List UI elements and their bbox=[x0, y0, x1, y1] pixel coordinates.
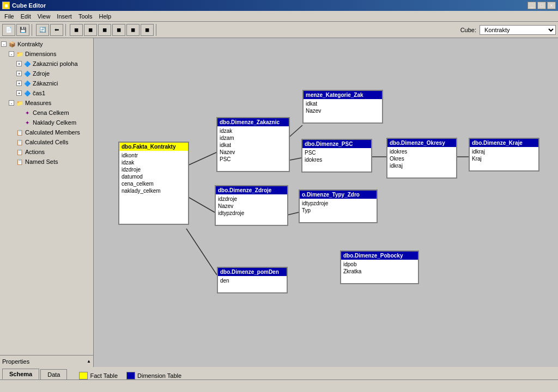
tab-schema[interactable]: Schema bbox=[2, 369, 39, 379]
table-okresy-body: idokres Okres idkraj bbox=[387, 147, 456, 177]
zdroje-icon: 🔷 bbox=[23, 69, 32, 78]
left-panel: - 📦 Kontrakty - 📁 Dimensions + 🔷 Zakazni… bbox=[0, 38, 94, 367]
table-row: idokres bbox=[305, 156, 369, 163]
cube-select[interactable]: Kontrakty bbox=[480, 25, 556, 35]
toolbar-save-btn[interactable]: 💾 bbox=[16, 24, 29, 36]
table-row bbox=[390, 169, 454, 176]
tree-cas1[interactable]: + 🔷 čas1 bbox=[1, 88, 92, 98]
table-row bbox=[122, 209, 186, 216]
svg-line-0 bbox=[186, 152, 216, 166]
table-dim-psc[interactable]: dbo.Dimenze_PSC PSC idokres bbox=[301, 139, 372, 173]
table-row: naklady_celkem bbox=[122, 187, 186, 194]
tree-naklady-celkem[interactable]: ✦ Naklady Celkem bbox=[1, 118, 92, 127]
zakaznici-expand[interactable]: + bbox=[16, 81, 22, 86]
close-button[interactable]: × bbox=[547, 2, 556, 9]
table-row: idkraj bbox=[472, 148, 536, 155]
toolbar-btn6[interactable]: ◼ bbox=[84, 24, 97, 36]
root-icon: 📦 bbox=[8, 40, 16, 48]
table-row: idkat bbox=[306, 100, 380, 107]
tab-bar: Schema Data Fact Table Dimension Table bbox=[0, 367, 558, 380]
menu-help[interactable]: Help bbox=[96, 12, 115, 21]
table-row: idpob bbox=[343, 261, 416, 268]
cas1-expand[interactable]: + bbox=[16, 90, 22, 96]
table-zakaznic-header: dbo.Dimenze_Zakaznic bbox=[217, 118, 289, 126]
zakaznici-icon: 🔷 bbox=[23, 79, 32, 88]
table-row bbox=[122, 201, 186, 209]
toolbar-sep2 bbox=[65, 24, 68, 36]
minimize-button[interactable]: _ bbox=[527, 2, 536, 9]
table-typyzdroje-header: o.Dimenze_Typy_Zdro bbox=[300, 191, 377, 199]
tree-measures[interactable]: - 📁 Measures bbox=[1, 98, 92, 108]
menu-file[interactable]: File bbox=[1, 12, 17, 21]
svg-line-2 bbox=[186, 229, 217, 275]
actions-icon: 📋 bbox=[15, 148, 24, 156]
table-fakta-header: dbo.Fakta_Kontrakty bbox=[119, 143, 188, 151]
table-typyzdroje-body: idtypzdroje Typ bbox=[300, 199, 377, 222]
schema-canvas: dbo.Fakta_Kontrakty idkontr idzak idzdro… bbox=[94, 38, 558, 367]
cas1-label: čas1 bbox=[33, 90, 45, 96]
menu-edit[interactable]: Edit bbox=[17, 12, 34, 21]
cena-icon: ✦ bbox=[23, 108, 32, 117]
tree-calculated-members[interactable]: 📋 Calculated Members bbox=[1, 127, 92, 137]
table-row bbox=[343, 275, 416, 282]
properties-arrow[interactable]: ▲ bbox=[87, 359, 91, 364]
cas1-icon: 🔷 bbox=[23, 89, 32, 97]
toolbar-btn9[interactable]: ◼ bbox=[126, 24, 140, 36]
tree-zakaznici[interactable]: + 🔷 Zákaznici bbox=[1, 78, 92, 88]
table-dim-typyzdroje[interactable]: o.Dimenze_Typy_Zdro idtypzdroje Typ bbox=[299, 189, 378, 223]
table-dim-zakaznic[interactable]: dbo.Dimenze_Zakaznic idzak idzam idkat N… bbox=[216, 117, 290, 172]
table-dim-zdroje[interactable]: dbo.Dimenze_Zdroje idzdroje Nazev idtypz… bbox=[215, 185, 288, 226]
toolbar-btn3[interactable]: 🔄 bbox=[36, 24, 49, 36]
table-kraje-body: idkraj Kraj bbox=[470, 147, 538, 170]
toolbar-btn5[interactable]: ◼ bbox=[70, 24, 83, 36]
table-fakta-kontrakty[interactable]: dbo.Fakta_Kontrakty idkontr idzak idzdro… bbox=[118, 142, 189, 225]
toolbar-new-btn[interactable]: 📄 bbox=[2, 24, 15, 36]
menu-insert[interactable]: Insert bbox=[53, 12, 75, 21]
tree-cena-celkem[interactable]: ✦ Cena Celkem bbox=[1, 108, 92, 118]
toolbar-btn7[interactable]: ◼ bbox=[98, 24, 111, 36]
table-kategoriezak-body: idkat Nazev bbox=[304, 99, 382, 122]
calc-cells-icon: 📋 bbox=[15, 138, 24, 146]
toolbar-sep1 bbox=[32, 24, 34, 36]
table-row bbox=[220, 284, 284, 291]
legend-fact-label: Fact Table bbox=[90, 372, 118, 379]
table-dim-kategoriezak[interactable]: menze_Kategorie_Zak idkat Nazev bbox=[302, 90, 383, 124]
zak-poloha-icon: 🔷 bbox=[23, 59, 32, 68]
main-area: - 📦 Kontrakty - 📁 Dimensions + 🔷 Zakazni… bbox=[0, 38, 558, 367]
table-zdroje-body: idzdroje Nazev idtypzdroje bbox=[216, 194, 287, 225]
table-row: Nazev bbox=[220, 149, 287, 156]
menu-tools[interactable]: Tools bbox=[75, 12, 96, 21]
named-sets-label: Named Sets bbox=[25, 158, 58, 165]
toolbar-btn8[interactable]: ◼ bbox=[112, 24, 125, 36]
tree-root[interactable]: - 📦 Kontrakty bbox=[1, 39, 92, 49]
table-dim-okresy[interactable]: dbo.Dimenze_Okresy idokres Okres idkraj bbox=[386, 138, 457, 179]
tree-dimensions[interactable]: - 📁 Dimensions bbox=[1, 49, 92, 59]
table-dim-pomden[interactable]: dbo.Dimenze_pomDen den bbox=[217, 267, 288, 293]
menu-view[interactable]: View bbox=[34, 12, 54, 21]
zak-poloha-expand[interactable]: + bbox=[16, 61, 22, 66]
root-expand[interactable]: - bbox=[1, 41, 7, 47]
table-dim-pobocky[interactable]: dbo.Dimenze_Pobocky idpob Zkratka bbox=[340, 250, 419, 284]
table-row bbox=[220, 163, 287, 170]
toolbar: 📄 💾 🔄 ⬅ ◼ ◼ ◼ ◼ ◼ ◼ Cube: Kontrakty bbox=[0, 22, 558, 38]
dimensions-expand[interactable]: - bbox=[9, 51, 14, 57]
table-kraje-header: dbo.Dimenze_Kraje bbox=[470, 139, 538, 147]
tab-data[interactable]: Data bbox=[40, 369, 67, 379]
toolbar-btn4[interactable]: ⬅ bbox=[50, 24, 63, 36]
tree-calculated-cells[interactable]: 📋 Calculated Cells bbox=[1, 137, 92, 147]
table-row: idtypzdroje bbox=[302, 200, 374, 207]
table-row: idzak bbox=[220, 127, 287, 134]
zdroje-expand[interactable]: + bbox=[16, 71, 22, 76]
table-row: cena_celkem bbox=[122, 180, 186, 187]
table-row: idkraj bbox=[390, 162, 454, 169]
tree-zdroje[interactable]: + 🔷 Zdroje bbox=[1, 69, 92, 78]
maximize-button[interactable]: □ bbox=[537, 2, 546, 9]
tree-zakaznici-poloha[interactable]: + 🔷 Zakaznici poloha bbox=[1, 59, 92, 69]
table-dim-kraje[interactable]: dbo.Dimenze_Kraje idkraj Kraj bbox=[469, 138, 539, 171]
legend-dim-label: Dimension Table bbox=[137, 372, 181, 379]
tree-actions[interactable]: 📋 Actions bbox=[1, 147, 92, 157]
measures-expand[interactable]: - bbox=[9, 100, 14, 106]
svg-line-1 bbox=[186, 196, 215, 212]
toolbar-btn10[interactable]: ◼ bbox=[141, 24, 154, 36]
tree-named-sets[interactable]: 📋 Named Sets bbox=[1, 157, 92, 167]
